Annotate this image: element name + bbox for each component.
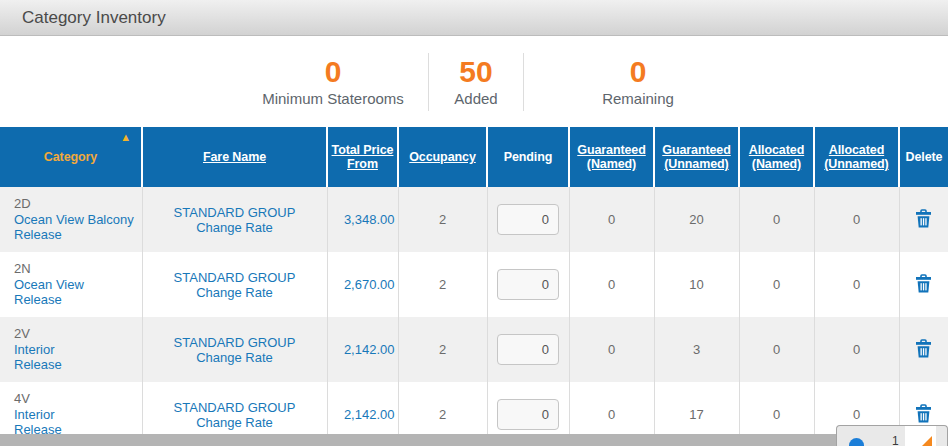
total-price-cell: 2,142.00	[327, 317, 398, 382]
column-header-guaranteed-named[interactable]: Guaranteed (Named)	[569, 127, 654, 187]
guaranteed-named-cell: 0	[569, 317, 654, 382]
table-header-row: ▲ Category Fare Name Total Price From Oc…	[0, 127, 948, 187]
fare-name-link[interactable]: STANDARD GROUP	[174, 270, 296, 285]
widget-flag-section[interactable]	[905, 426, 936, 446]
column-header-guaranteed-unnamed[interactable]: Guaranteed (Unnamed)	[654, 127, 739, 187]
trash-icon	[916, 209, 931, 228]
column-header-occupancy[interactable]: Occupancy	[398, 127, 487, 187]
trash-icon	[916, 339, 931, 358]
trash-icon	[916, 274, 931, 293]
allocated-unnamed-cell: 0	[814, 187, 899, 252]
sort-asc-icon: ▲	[120, 131, 131, 143]
category-inventory-page: Category Inventory 0 Minimum Staterooms …	[0, 0, 948, 446]
stat-added: 50 Added	[429, 56, 523, 108]
horizontal-scrollbar[interactable]	[0, 434, 948, 446]
column-label: Allocated (Unnamed)	[824, 143, 888, 171]
delete-cell	[899, 252, 948, 317]
pending-input[interactable]	[497, 334, 559, 365]
total-price-cell: 2,670.00	[327, 252, 398, 317]
delete-button[interactable]	[914, 207, 933, 233]
page-title-bar: Category Inventory	[0, 0, 948, 36]
trash-icon	[916, 404, 931, 423]
pending-input[interactable]	[497, 204, 559, 235]
column-header-fare-name[interactable]: Fare Name	[142, 127, 327, 187]
delete-button[interactable]	[914, 272, 933, 298]
floating-widget[interactable]: 1	[836, 425, 948, 446]
delete-cell	[899, 187, 948, 252]
guaranteed-unnamed-cell: 3	[654, 317, 739, 382]
pending-input[interactable]	[497, 399, 559, 430]
column-label: Category	[44, 150, 97, 164]
column-header-total-price-from[interactable]: Total Price From	[327, 127, 398, 187]
stat-value: 0	[238, 56, 428, 88]
column-label: Delete	[906, 150, 943, 164]
release-link[interactable]: Release	[14, 292, 140, 308]
delete-button[interactable]	[914, 402, 933, 428]
fare-name-link[interactable]: STANDARD GROUP	[174, 400, 296, 415]
blue-circle-icon[interactable]	[849, 438, 864, 446]
allocated-named-cell: 0	[739, 252, 814, 317]
fare-name-cell: STANDARD GROUP Change Rate	[142, 187, 327, 252]
category-code: 2N	[14, 261, 140, 277]
occupancy-cell: 2	[398, 187, 487, 252]
column-label: Occupancy	[409, 150, 476, 164]
category-inventory-table: ▲ Category Fare Name Total Price From Oc…	[0, 127, 948, 446]
total-price-cell: 3,348.00	[327, 187, 398, 252]
occupancy-cell: 2	[398, 317, 487, 382]
column-header-allocated-unnamed[interactable]: Allocated (Unnamed)	[814, 127, 899, 187]
guaranteed-named-cell: 0	[569, 252, 654, 317]
pending-cell	[487, 252, 569, 317]
column-label: Total Price From	[332, 143, 394, 171]
column-label: Guaranteed (Named)	[577, 143, 645, 171]
allocated-unnamed-cell: 0	[814, 317, 899, 382]
stat-value: 0	[524, 56, 752, 88]
release-link[interactable]: Release	[14, 227, 140, 243]
category-cell: 2D Ocean View Balcony Release	[0, 187, 142, 252]
table-row: 2V Interior Release STANDARD GROUP Chang…	[0, 317, 948, 382]
column-label: Allocated (Named)	[749, 143, 804, 171]
page-title: Category Inventory	[22, 8, 166, 28]
guaranteed-unnamed-cell: 20	[654, 187, 739, 252]
column-header-category[interactable]: ▲ Category	[0, 127, 142, 187]
release-link[interactable]: Release	[14, 357, 140, 373]
category-name-link[interactable]: Ocean View Balcony	[14, 212, 140, 228]
delete-button[interactable]	[914, 337, 933, 363]
fare-name-link[interactable]: STANDARD GROUP	[174, 205, 296, 220]
fare-name-cell: STANDARD GROUP Change Rate	[142, 317, 327, 382]
category-name-link[interactable]: Interior	[14, 342, 140, 358]
column-header-delete: Delete	[899, 127, 948, 187]
change-rate-link[interactable]: Change Rate	[196, 285, 273, 300]
stat-label: Remaining	[524, 90, 752, 107]
table-row: 2D Ocean View Balcony Release STANDARD G…	[0, 187, 948, 252]
guaranteed-named-cell: 0	[569, 187, 654, 252]
orange-flag-icon	[918, 436, 932, 446]
allocated-named-cell: 0	[739, 317, 814, 382]
column-label: Fare Name	[203, 150, 266, 164]
fare-name-link[interactable]: STANDARD GROUP	[174, 335, 296, 350]
stat-label: Minimum Staterooms	[238, 90, 428, 107]
allocated-unnamed-cell: 0	[814, 252, 899, 317]
category-code: 2V	[14, 326, 140, 342]
pending-input[interactable]	[497, 269, 559, 300]
stat-value: 50	[429, 56, 523, 88]
delete-cell	[899, 317, 948, 382]
allocated-named-cell: 0	[739, 187, 814, 252]
table-row: 2N Ocean View Release STANDARD GROUP Cha…	[0, 252, 948, 317]
pending-cell	[487, 187, 569, 252]
category-code: 4V	[14, 391, 140, 407]
category-cell: 2V Interior Release	[0, 317, 142, 382]
stat-label: Added	[429, 90, 523, 107]
change-rate-link[interactable]: Change Rate	[196, 415, 273, 430]
column-header-pending: Pending	[487, 127, 569, 187]
column-label: Pending	[504, 150, 553, 164]
change-rate-link[interactable]: Change Rate	[196, 350, 273, 365]
column-label: Guaranteed (Unnamed)	[662, 143, 730, 171]
category-cell: 2N Ocean View Release	[0, 252, 142, 317]
category-name-link[interactable]: Interior	[14, 407, 140, 423]
category-name-link[interactable]: Ocean View	[14, 277, 140, 293]
column-header-allocated-named[interactable]: Allocated (Named)	[739, 127, 814, 187]
guaranteed-unnamed-cell: 10	[654, 252, 739, 317]
pending-cell	[487, 317, 569, 382]
stat-remaining: 0 Remaining	[524, 56, 752, 108]
change-rate-link[interactable]: Change Rate	[196, 220, 273, 235]
